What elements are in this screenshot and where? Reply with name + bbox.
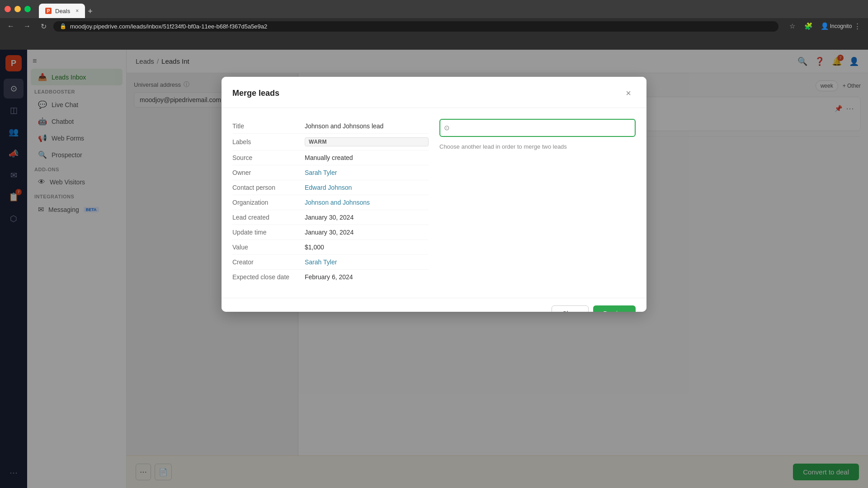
field-row-labels: Labels WARM bbox=[232, 134, 429, 150]
browser-chrome: P Deals × + ← → ↻ 🔒 moodjoy.pipedrive.co… bbox=[0, 0, 868, 50]
bookmark-icon[interactable]: ☆ bbox=[786, 20, 798, 33]
modal-overlay: Merge leads × Title Johnson and Johnsons… bbox=[0, 50, 868, 488]
field-row-source: Source Manually created bbox=[232, 150, 429, 165]
field-label-update-time: Update time bbox=[232, 229, 305, 236]
search-wrapper: ⊙ bbox=[439, 119, 636, 137]
profile-icon[interactable]: 👤 bbox=[818, 20, 831, 33]
lock-icon: 🔒 bbox=[60, 23, 66, 29]
modal-fields: Title Johnson and Johnsons lead Labels W… bbox=[232, 119, 429, 287]
field-value-organization[interactable]: Johnson and Johnsons bbox=[305, 199, 429, 206]
title-bar: P Deals × + bbox=[0, 0, 868, 18]
refresh-button[interactable]: ↻ bbox=[37, 20, 50, 33]
window-controls bbox=[5, 6, 31, 12]
new-tab-button[interactable]: + bbox=[88, 7, 93, 16]
modal-footer-close-button[interactable]: Close bbox=[552, 305, 589, 312]
field-label-organization: Organization bbox=[232, 199, 305, 206]
field-label-creator: Creator bbox=[232, 258, 305, 266]
field-row-lead-created: Lead created January 30, 2024 bbox=[232, 210, 429, 225]
lead-search-input[interactable] bbox=[439, 119, 636, 137]
field-value-title: Johnson and Johnsons lead bbox=[305, 122, 429, 130]
forward-button[interactable]: → bbox=[21, 20, 33, 33]
merge-leads-modal: Merge leads × Title Johnson and Johnsons… bbox=[222, 77, 646, 312]
tab-close-icon[interactable]: × bbox=[75, 8, 79, 14]
field-value-owner[interactable]: Sarah Tyler bbox=[305, 169, 429, 176]
field-label-value: Value bbox=[232, 244, 305, 251]
search-icon: ⊙ bbox=[444, 124, 450, 132]
browser-nav: ← → ↻ 🔒 moodjoy.pipedrive.com/leads/inbo… bbox=[0, 18, 868, 34]
modal-body: Title Johnson and Johnsons lead Labels W… bbox=[222, 108, 646, 298]
extensions-icon[interactable]: 🧩 bbox=[802, 20, 815, 33]
field-value-contact[interactable]: Edward Johnson bbox=[305, 184, 429, 191]
field-row-organization: Organization Johnson and Johnsons bbox=[232, 195, 429, 210]
field-label-contact: Contact person bbox=[232, 184, 305, 191]
field-row-update-time: Update time January 30, 2024 bbox=[232, 225, 429, 240]
modal-search-column: ⊙ Choose another lead in order to merge … bbox=[439, 119, 636, 287]
modal-title: Merge leads bbox=[232, 89, 279, 98]
modal-footer: Close Preview bbox=[222, 298, 646, 312]
menu-icon[interactable]: ⋮ bbox=[851, 20, 863, 33]
field-label-close-date: Expected close date bbox=[232, 273, 305, 281]
field-value-source: Manually created bbox=[305, 154, 429, 161]
tab-favicon: P bbox=[45, 8, 52, 14]
window-close-btn[interactable] bbox=[5, 6, 11, 12]
field-value-creator[interactable]: Sarah Tyler bbox=[305, 258, 429, 266]
field-label-title: Title bbox=[232, 122, 305, 130]
modal-close-button[interactable]: × bbox=[621, 86, 636, 100]
url-text: moodjoy.pipedrive.com/leads/inbox/51f234… bbox=[70, 23, 267, 30]
field-row-close-date: Expected close date February 6, 2024 bbox=[232, 270, 429, 284]
field-label-lead-created: Lead created bbox=[232, 214, 305, 221]
field-value-lead-created: January 30, 2024 bbox=[305, 214, 429, 221]
window-minimize-btn[interactable] bbox=[14, 6, 21, 12]
tab-label: Deals bbox=[55, 8, 70, 14]
back-button[interactable]: ← bbox=[5, 20, 17, 33]
field-row-contact: Contact person Edward Johnson bbox=[232, 180, 429, 195]
browser-actions: ☆ 🧩 👤 Incognito ⋮ bbox=[786, 20, 863, 33]
field-row-value: Value $1,000 bbox=[232, 240, 429, 255]
modal-header: Merge leads × bbox=[222, 77, 646, 108]
address-bar[interactable]: 🔒 moodjoy.pipedrive.com/leads/inbox/51f2… bbox=[53, 21, 778, 32]
field-value-close-date: February 6, 2024 bbox=[305, 273, 429, 281]
field-value-update-time: January 30, 2024 bbox=[305, 229, 429, 236]
field-row-title: Title Johnson and Johnsons lead bbox=[232, 119, 429, 134]
search-hint: Choose another lead in order to merge tw… bbox=[439, 143, 636, 150]
incognito-icon[interactable]: Incognito bbox=[835, 20, 847, 33]
field-label-source: Source bbox=[232, 154, 305, 161]
field-label-labels: Labels bbox=[232, 138, 305, 145]
field-value-labels: WARM bbox=[305, 137, 429, 146]
browser-tab[interactable]: P Deals × bbox=[39, 4, 85, 18]
modal-footer-preview-button[interactable]: Preview bbox=[593, 305, 636, 312]
field-row-owner: Owner Sarah Tyler bbox=[232, 165, 429, 180]
field-label-owner: Owner bbox=[232, 169, 305, 176]
field-row-creator: Creator Sarah Tyler bbox=[232, 255, 429, 270]
window-maximize-btn[interactable] bbox=[24, 6, 31, 12]
field-value-value: $1,000 bbox=[305, 244, 429, 251]
